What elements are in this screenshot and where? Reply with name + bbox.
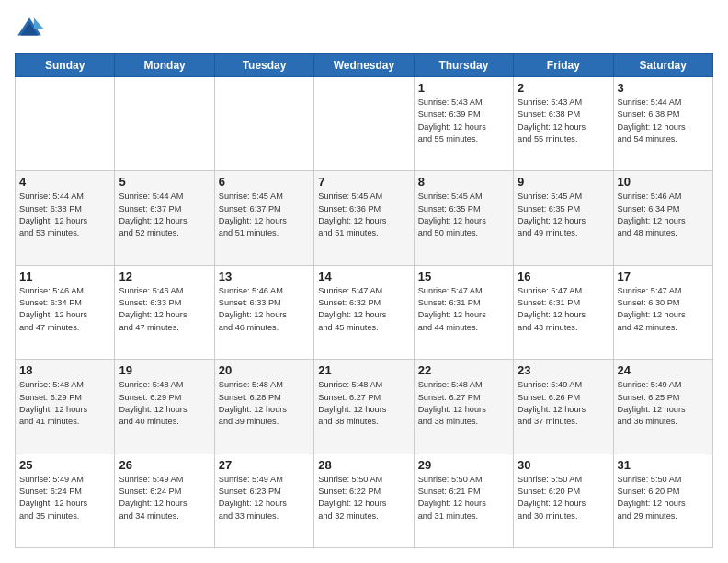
calendar-cell: 6Sunrise: 5:45 AM Sunset: 6:37 PM Daylig…: [214, 171, 313, 265]
day-info: Sunrise: 5:49 AM Sunset: 6:26 PM Dayligh…: [518, 379, 609, 428]
day-number: 20: [219, 363, 310, 377]
day-info: Sunrise: 5:49 AM Sunset: 6:23 PM Dayligh…: [219, 474, 310, 523]
day-number: 18: [19, 363, 110, 377]
calendar-cell: 17Sunrise: 5:47 AM Sunset: 6:30 PM Dayli…: [613, 265, 712, 359]
day-number: 8: [418, 175, 509, 189]
calendar-cell: [314, 77, 414, 171]
day-info: Sunrise: 5:48 AM Sunset: 6:27 PM Dayligh…: [418, 379, 509, 428]
day-number: 14: [318, 270, 409, 283]
calendar-cell: 24Sunrise: 5:49 AM Sunset: 6:25 PM Dayli…: [613, 360, 712, 454]
day-info: Sunrise: 5:50 AM Sunset: 6:21 PM Dayligh…: [418, 474, 509, 523]
calendar-cell: 9Sunrise: 5:45 AM Sunset: 6:35 PM Daylig…: [514, 171, 613, 265]
day-number: 26: [119, 458, 210, 472]
calendar-cell: 25Sunrise: 5:49 AM Sunset: 6:24 PM Dayli…: [16, 454, 115, 547]
day-number: 7: [318, 175, 409, 189]
day-number: 6: [219, 175, 310, 189]
day-number: 16: [518, 270, 609, 283]
day-info: Sunrise: 5:46 AM Sunset: 6:34 PM Dayligh…: [618, 190, 709, 239]
day-number: 19: [119, 363, 210, 377]
days-of-week-row: SundayMondayTuesdayWednesdayThursdayFrid…: [16, 54, 713, 77]
day-info: Sunrise: 5:44 AM Sunset: 6:38 PM Dayligh…: [19, 190, 110, 239]
day-number: 31: [618, 458, 709, 472]
day-number: 22: [418, 363, 509, 377]
day-number: 5: [119, 175, 210, 189]
calendar-cell: 30Sunrise: 5:50 AM Sunset: 6:20 PM Dayli…: [514, 454, 613, 547]
day-info: Sunrise: 5:43 AM Sunset: 6:39 PM Dayligh…: [418, 97, 509, 145]
calendar-cell: 8Sunrise: 5:45 AM Sunset: 6:35 PM Daylig…: [414, 171, 513, 265]
calendar-cell: 22Sunrise: 5:48 AM Sunset: 6:27 PM Dayli…: [414, 360, 513, 454]
day-of-week-header: Friday: [514, 54, 613, 77]
day-of-week-header: Tuesday: [214, 54, 313, 77]
day-info: Sunrise: 5:48 AM Sunset: 6:27 PM Dayligh…: [318, 379, 409, 428]
calendar-cell: 19Sunrise: 5:48 AM Sunset: 6:29 PM Dayli…: [115, 360, 214, 454]
calendar-cell: 27Sunrise: 5:49 AM Sunset: 6:23 PM Dayli…: [214, 454, 313, 547]
header: [15, 15, 713, 44]
day-info: Sunrise: 5:46 AM Sunset: 6:33 PM Dayligh…: [219, 285, 310, 334]
day-info: Sunrise: 5:49 AM Sunset: 6:24 PM Dayligh…: [19, 474, 110, 523]
day-info: Sunrise: 5:50 AM Sunset: 6:20 PM Dayligh…: [518, 474, 609, 523]
day-of-week-header: Sunday: [16, 54, 115, 77]
day-info: Sunrise: 5:47 AM Sunset: 6:31 PM Dayligh…: [418, 285, 509, 334]
logo: [15, 15, 48, 44]
day-number: 11: [19, 270, 110, 283]
day-number: 29: [418, 458, 509, 472]
day-info: Sunrise: 5:46 AM Sunset: 6:34 PM Dayligh…: [19, 285, 110, 334]
day-info: Sunrise: 5:45 AM Sunset: 6:37 PM Dayligh…: [219, 190, 310, 239]
calendar-cell: 1Sunrise: 5:43 AM Sunset: 6:39 PM Daylig…: [414, 77, 513, 171]
day-number: 1: [418, 81, 509, 95]
calendar-cell: 5Sunrise: 5:44 AM Sunset: 6:37 PM Daylig…: [115, 171, 214, 265]
day-info: Sunrise: 5:46 AM Sunset: 6:33 PM Dayligh…: [119, 285, 210, 334]
day-info: Sunrise: 5:44 AM Sunset: 6:37 PM Dayligh…: [119, 190, 210, 239]
day-info: Sunrise: 5:44 AM Sunset: 6:38 PM Dayligh…: [618, 97, 709, 145]
calendar-cell: 2Sunrise: 5:43 AM Sunset: 6:38 PM Daylig…: [514, 77, 613, 171]
logo-icon: [15, 15, 44, 44]
calendar-body: 1Sunrise: 5:43 AM Sunset: 6:39 PM Daylig…: [16, 77, 713, 548]
day-number: 3: [618, 81, 709, 95]
calendar-table: SundayMondayTuesdayWednesdayThursdayFrid…: [15, 53, 713, 548]
calendar-cell: 11Sunrise: 5:46 AM Sunset: 6:34 PM Dayli…: [16, 265, 115, 359]
calendar-week-row: 4Sunrise: 5:44 AM Sunset: 6:38 PM Daylig…: [16, 171, 713, 265]
day-of-week-header: Thursday: [414, 54, 513, 77]
calendar-week-row: 11Sunrise: 5:46 AM Sunset: 6:34 PM Dayli…: [16, 265, 713, 359]
day-info: Sunrise: 5:49 AM Sunset: 6:24 PM Dayligh…: [119, 474, 210, 523]
calendar-cell: [16, 77, 115, 171]
day-of-week-header: Monday: [115, 54, 214, 77]
day-number: 13: [219, 270, 310, 283]
calendar-cell: 10Sunrise: 5:46 AM Sunset: 6:34 PM Dayli…: [613, 171, 712, 265]
calendar-cell: 26Sunrise: 5:49 AM Sunset: 6:24 PM Dayli…: [115, 454, 214, 547]
day-info: Sunrise: 5:47 AM Sunset: 6:32 PM Dayligh…: [318, 285, 409, 334]
day-info: Sunrise: 5:48 AM Sunset: 6:29 PM Dayligh…: [119, 379, 210, 428]
calendar-cell: 29Sunrise: 5:50 AM Sunset: 6:21 PM Dayli…: [414, 454, 513, 547]
day-number: 17: [618, 270, 709, 283]
calendar-cell: 4Sunrise: 5:44 AM Sunset: 6:38 PM Daylig…: [16, 171, 115, 265]
day-number: 30: [518, 458, 609, 472]
day-number: 27: [219, 458, 310, 472]
day-info: Sunrise: 5:49 AM Sunset: 6:25 PM Dayligh…: [618, 379, 709, 428]
calendar-cell: 23Sunrise: 5:49 AM Sunset: 6:26 PM Dayli…: [514, 360, 613, 454]
calendar-cell: 31Sunrise: 5:50 AM Sunset: 6:20 PM Dayli…: [613, 454, 712, 547]
calendar-cell: 7Sunrise: 5:45 AM Sunset: 6:36 PM Daylig…: [314, 171, 414, 265]
calendar-cell: 15Sunrise: 5:47 AM Sunset: 6:31 PM Dayli…: [414, 265, 513, 359]
day-number: 15: [418, 270, 509, 283]
day-info: Sunrise: 5:48 AM Sunset: 6:28 PM Dayligh…: [219, 379, 310, 428]
calendar-header: SundayMondayTuesdayWednesdayThursdayFrid…: [16, 54, 713, 77]
day-number: 24: [618, 363, 709, 377]
day-of-week-header: Saturday: [613, 54, 712, 77]
calendar-cell: 18Sunrise: 5:48 AM Sunset: 6:29 PM Dayli…: [16, 360, 115, 454]
day-of-week-header: Wednesday: [314, 54, 414, 77]
day-number: 23: [518, 363, 609, 377]
day-info: Sunrise: 5:50 AM Sunset: 6:20 PM Dayligh…: [618, 474, 709, 523]
day-info: Sunrise: 5:47 AM Sunset: 6:30 PM Dayligh…: [618, 285, 709, 334]
day-number: 9: [518, 175, 609, 189]
page: SundayMondayTuesdayWednesdayThursdayFrid…: [0, 0, 728, 563]
day-number: 25: [19, 458, 110, 472]
svg-marker-2: [34, 17, 44, 29]
calendar-week-row: 1Sunrise: 5:43 AM Sunset: 6:39 PM Daylig…: [16, 77, 713, 171]
calendar-cell: 16Sunrise: 5:47 AM Sunset: 6:31 PM Dayli…: [514, 265, 613, 359]
day-number: 4: [19, 175, 110, 189]
calendar-week-row: 18Sunrise: 5:48 AM Sunset: 6:29 PM Dayli…: [16, 360, 713, 454]
calendar-cell: 3Sunrise: 5:44 AM Sunset: 6:38 PM Daylig…: [613, 77, 712, 171]
day-number: 10: [618, 175, 709, 189]
day-number: 21: [318, 363, 409, 377]
day-info: Sunrise: 5:47 AM Sunset: 6:31 PM Dayligh…: [518, 285, 609, 334]
